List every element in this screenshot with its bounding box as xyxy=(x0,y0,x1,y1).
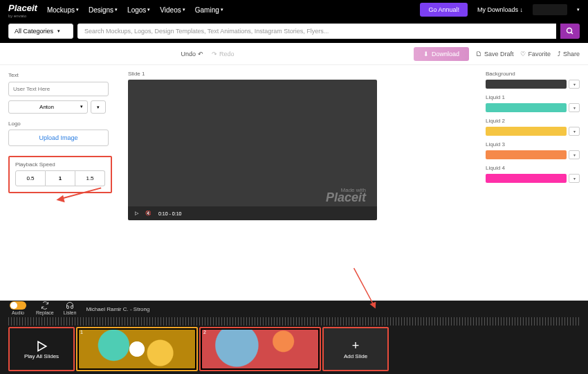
timeline-slides: Play All Slides 1 2 + Add Slide xyxy=(0,326,588,373)
liquid1-color-bar[interactable] xyxy=(486,103,567,112)
speed-1-5-button[interactable]: 1.5 xyxy=(75,170,105,186)
playback-speed-box: Playback Speed 0.5 1 1.5 xyxy=(8,156,112,193)
nav-designs[interactable]: Designs▾ xyxy=(89,6,118,14)
add-slide-button[interactable]: + Add Slide xyxy=(322,327,389,371)
my-downloads-link[interactable]: My Downloads ↓ xyxy=(477,6,523,13)
timeline-slide-2[interactable]: 2 xyxy=(199,327,321,371)
watermark: Made with Placeit xyxy=(326,187,366,205)
liquid4-color-dd[interactable]: ▾ xyxy=(569,174,580,183)
replace-icon xyxy=(41,301,49,310)
liquid4-color-bar[interactable] xyxy=(486,174,567,183)
user-text-input[interactable] xyxy=(8,82,109,96)
headphones-icon xyxy=(66,301,74,310)
liquid3-color-bar[interactable] xyxy=(486,150,567,159)
svg-point-0 xyxy=(567,28,572,33)
slide-label: Slide 1 xyxy=(128,71,463,77)
share-button[interactable]: ⤴Share xyxy=(558,51,580,57)
search-icon xyxy=(566,27,574,35)
search-input[interactable] xyxy=(77,24,556,39)
svg-line-1 xyxy=(571,33,573,35)
redo-icon: ↷ xyxy=(212,51,217,57)
color-label-l2: Liquid 2 xyxy=(486,118,580,124)
liquid2-color-dd[interactable]: ▾ xyxy=(569,127,580,136)
slide-2-thumbnail xyxy=(202,330,318,368)
favorite-button[interactable]: ♡Favorite xyxy=(520,51,551,57)
text-color-select[interactable]: ▾ xyxy=(91,100,106,114)
speed-label: Playback Speed xyxy=(15,161,105,168)
listen-button[interactable]: Listen xyxy=(64,301,77,316)
logo[interactable]: Placeit by envato xyxy=(8,1,37,18)
save-icon: 🗋 xyxy=(476,51,482,57)
nav-gaming[interactable]: Gaming▾ xyxy=(195,6,223,14)
top-nav: Placeit by envato Mockups▾ Designs▾ Logo… xyxy=(0,0,588,19)
audio-toggle[interactable] xyxy=(10,301,26,310)
editor-area: Text Anton ▾ ▾ Logo Upload Image Playbac… xyxy=(0,65,588,301)
redo-button[interactable]: ↷ Redo xyxy=(212,51,235,57)
nav-videos[interactable]: Videos▾ xyxy=(160,6,185,14)
color-label-l1: Liquid 1 xyxy=(486,94,580,100)
plus-icon: + xyxy=(352,339,360,353)
user-chevron-icon[interactable]: ▾ xyxy=(577,7,580,12)
video-controls: ▷ 🔇 0:10 - 0:10 xyxy=(128,206,377,220)
timeline-ruler[interactable] xyxy=(8,317,580,326)
liquid3-color-dd[interactable]: ▾ xyxy=(569,150,580,159)
undo-button[interactable]: Undo ↶ xyxy=(181,51,203,57)
go-annual-button[interactable]: Go Annual! xyxy=(420,3,468,17)
action-bar: Undo ↶ ↷ Redo ⬇Download 🗋Save Draft ♡Fav… xyxy=(0,43,588,65)
color-label-bg: Background xyxy=(486,71,580,77)
play-all-slides-button[interactable]: Play All Slides xyxy=(8,327,75,371)
download-button[interactable]: ⬇Download xyxy=(414,47,469,61)
speed-1-button[interactable]: 1 xyxy=(46,170,75,186)
center-panel: Slide 1 Made with Placeit ▷ 🔇 0:10 - 0:1… xyxy=(114,65,477,301)
right-panel: Background▾ Liquid 1▾ Liquid 2▾ Liquid 3… xyxy=(477,65,588,301)
play-icon xyxy=(35,339,48,353)
save-draft-button[interactable]: 🗋Save Draft xyxy=(476,51,514,57)
share-icon: ⤴ xyxy=(558,51,561,57)
video-time: 0:10 - 0:10 xyxy=(158,211,181,216)
audio-toggle-label: Audio xyxy=(10,310,26,316)
nav-mockups[interactable]: Mockups▾ xyxy=(47,6,79,14)
upload-image-button[interactable]: Upload Image xyxy=(8,130,109,146)
mute-icon[interactable]: 🔇 xyxy=(145,211,151,216)
timeline-toolbar: Audio Replace Listen Michael Ramir C. - … xyxy=(0,301,588,317)
timeline-slide-1[interactable]: 1 xyxy=(76,327,198,371)
audio-track-name: Michael Ramir C. - Strong xyxy=(86,306,149,312)
video-preview[interactable]: Made with Placeit ▷ 🔇 0:10 - 0:10 xyxy=(128,80,377,220)
play-icon[interactable]: ▷ xyxy=(135,211,138,216)
font-select[interactable]: Anton ▾ xyxy=(8,100,88,114)
slide-1-thumbnail xyxy=(79,330,195,368)
left-panel: Text Anton ▾ ▾ Logo Upload Image Playbac… xyxy=(0,65,114,301)
speed-0-5-button[interactable]: 0.5 xyxy=(15,170,46,186)
heart-icon: ♡ xyxy=(520,51,526,57)
text-label: Text xyxy=(8,72,106,78)
replace-audio-button[interactable]: Replace xyxy=(36,301,54,316)
download-icon: ⬇ xyxy=(423,51,429,57)
search-bar: All Categories▾ xyxy=(0,19,588,43)
timeline: Audio Replace Listen Michael Ramir C. - … xyxy=(0,301,588,374)
svg-marker-2 xyxy=(38,341,46,350)
category-select[interactable]: All Categories▾ xyxy=(8,24,73,39)
undo-icon: ↶ xyxy=(198,51,203,57)
search-button[interactable] xyxy=(560,24,580,39)
user-menu[interactable] xyxy=(533,4,567,15)
liquid2-color-bar[interactable] xyxy=(486,127,567,136)
background-color-dd[interactable]: ▾ xyxy=(569,80,580,89)
logo-label: Logo xyxy=(8,121,106,127)
background-color-bar[interactable] xyxy=(486,80,567,89)
nav-logos[interactable]: Logos▾ xyxy=(127,6,150,14)
liquid1-color-dd[interactable]: ▾ xyxy=(569,103,580,112)
color-label-l4: Liquid 4 xyxy=(486,165,580,171)
color-label-l3: Liquid 3 xyxy=(486,141,580,148)
